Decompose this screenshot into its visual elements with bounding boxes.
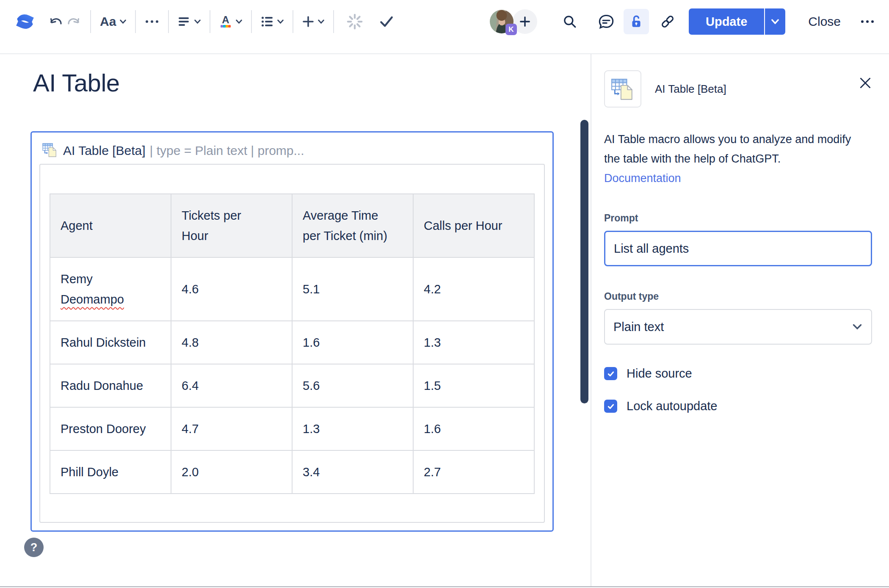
close-button[interactable]: Close	[808, 14, 841, 29]
chevron-down-icon	[853, 324, 862, 330]
confluence-logo-icon[interactable]	[14, 11, 36, 32]
chevron-down-icon	[194, 19, 201, 24]
checkbox-row: Hide source	[604, 367, 872, 381]
page-content: AI Table	[0, 54, 591, 587]
chevron-down-icon	[318, 19, 324, 24]
bullet-list-icon	[261, 16, 273, 28]
value-cell[interactable]: 6.4	[171, 364, 292, 407]
ai-table-panel-icon	[604, 70, 641, 108]
agent-name: Phill Doyle	[61, 465, 119, 479]
spinner-icon	[346, 13, 363, 30]
redo-icon[interactable]	[66, 15, 81, 28]
value-cell[interactable]: 4.6	[171, 257, 292, 321]
workspace: AI Table	[0, 54, 889, 587]
table-header-row: AgentTickets per HourAverage Time per Ti…	[50, 194, 534, 257]
toolbar-divider	[135, 10, 136, 33]
panel-description: AI Table macro allows you to analyze and…	[604, 130, 862, 168]
more-formatting-icon[interactable]	[145, 19, 159, 24]
column-header[interactable]: Average Time per Ticket (min)	[292, 194, 413, 257]
agent-cell[interactable]: Remy Deomampo	[50, 257, 171, 321]
update-split-button: Update	[689, 8, 785, 35]
more-actions-icon[interactable]	[860, 19, 875, 24]
value-cell[interactable]: 4.8	[171, 321, 292, 364]
agent-cell[interactable]: Rahul Dickstein	[50, 321, 171, 364]
checkbox-checked[interactable]	[604, 400, 617, 413]
agent-cell[interactable]: Preston Doorey	[50, 407, 171, 450]
value-cell[interactable]: 5.6	[292, 364, 413, 407]
checkbox-group: Hide sourceLock autoupdate	[604, 367, 872, 413]
panel-header: AI Table [Beta]	[604, 70, 872, 108]
output-type-label: Output type	[604, 291, 872, 302]
user-avatar[interactable]: K	[490, 10, 514, 33]
column-header[interactable]: Tickets per Hour	[171, 194, 292, 257]
comment-icon[interactable]	[598, 14, 614, 30]
text-color-button[interactable]: A	[219, 15, 242, 28]
ai-table-macro[interactable]: AI Table [Beta] | type = Plain text | pr…	[30, 131, 554, 532]
value-cell[interactable]: 1.6	[413, 407, 534, 450]
value-cell[interactable]: 4.2	[413, 257, 534, 321]
value-cell[interactable]: 2.0	[171, 450, 292, 494]
plus-icon	[519, 16, 530, 27]
vertical-scrollbar[interactable]	[580, 120, 588, 403]
checkbox-checked[interactable]	[604, 367, 617, 380]
check-icon	[607, 403, 615, 410]
update-label: Update	[706, 15, 747, 29]
text-color-icon: A	[219, 15, 232, 28]
chevron-down-icon	[277, 19, 284, 24]
align-icon	[178, 16, 190, 27]
align-button[interactable]	[178, 16, 201, 27]
toolbar-divider	[293, 10, 293, 33]
toolbar-divider	[251, 10, 252, 33]
editor-toolbar: Aa A	[0, 0, 889, 54]
value-cell[interactable]: 1.3	[292, 407, 413, 450]
bullet-list-button[interactable]	[261, 16, 284, 28]
column-header[interactable]: Calls per Hour	[413, 194, 534, 257]
check-icon	[607, 370, 615, 378]
unlock-icon[interactable]	[624, 9, 649, 34]
output-type-select[interactable]: Plain text	[604, 309, 872, 345]
text-style-button[interactable]: Aa	[100, 14, 126, 29]
collaborators: K	[490, 9, 537, 34]
insert-button[interactable]	[302, 16, 324, 28]
macro-body: AgentTickets per HourAverage Time per Ti…	[39, 164, 545, 523]
value-cell[interactable]: 4.7	[171, 407, 292, 450]
documentation-link[interactable]: Documentation	[604, 168, 872, 188]
agent-name: Preston Doorey	[61, 422, 146, 436]
agent-cell[interactable]: Phill Doyle	[50, 450, 171, 494]
value-cell[interactable]: 1.6	[292, 321, 413, 364]
link-icon[interactable]	[660, 14, 675, 29]
macro-params: | type = Plain text | promp...	[150, 144, 304, 158]
agent-cell[interactable]: Radu Donahue	[50, 364, 171, 407]
confluence-editor: Aa A	[0, 0, 889, 588]
update-dropdown-button[interactable]	[764, 8, 785, 35]
macro-config-panel: AI Table [Beta] AI Table macro allows yo…	[591, 54, 889, 587]
table-row: Remy Deomampo4.65.14.2	[50, 257, 534, 321]
table-row: Phill Doyle2.03.42.7	[50, 450, 534, 494]
prompt-input[interactable]	[604, 231, 872, 266]
toolbar-divider	[210, 10, 210, 33]
update-button[interactable]: Update	[689, 8, 764, 35]
column-header[interactable]: Agent	[50, 194, 171, 257]
undo-icon[interactable]	[48, 15, 64, 28]
toolbar-divider	[333, 10, 334, 33]
value-cell[interactable]: 1.3	[413, 321, 534, 364]
table-row: Rahul Dickstein4.81.61.3	[50, 321, 534, 364]
agent-name: Radu Donahue	[61, 379, 143, 392]
panel-close-icon[interactable]	[859, 76, 872, 90]
misspelled-word: Deomampo	[61, 293, 124, 306]
svg-text:A: A	[222, 15, 229, 25]
search-icon[interactable]	[563, 14, 577, 29]
undo-redo-group	[48, 15, 81, 28]
macro-header: AI Table [Beta] | type = Plain text | pr…	[42, 142, 304, 160]
saved-check-icon	[379, 16, 394, 28]
output-type-value: Plain text	[613, 320, 664, 334]
value-cell[interactable]: 3.4	[292, 450, 413, 494]
macro-title: AI Table [Beta]	[63, 144, 146, 158]
chevron-down-icon	[236, 19, 242, 24]
value-cell[interactable]: 1.5	[413, 364, 534, 407]
value-cell[interactable]: 5.1	[292, 257, 413, 321]
value-cell[interactable]: 2.7	[413, 450, 534, 494]
help-button[interactable]: ?	[24, 538, 44, 557]
page-title[interactable]: AI Table	[33, 69, 120, 97]
panel-title: AI Table [Beta]	[655, 83, 726, 96]
